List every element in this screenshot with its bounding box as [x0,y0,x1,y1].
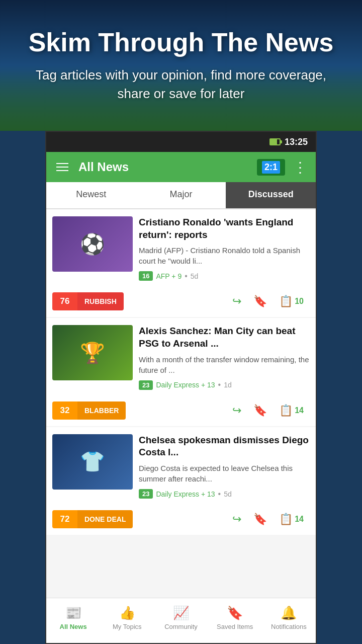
nav-item-community[interactable]: 📈 Community [154,603,208,632]
app-container: 13:25 All News 2:1 ⋮ Newest Major Discus… [45,131,317,644]
status-bar: 13:25 [46,132,316,152]
article-image: ⚽ [52,216,133,272]
rating-label: BLABBER [77,401,126,420]
rating-number: 32 [52,401,77,420]
article-time: 1d [224,381,232,389]
article-text: Cristiano Ronaldo 'wants England return'… [139,216,310,281]
article-count-badge: 23 [139,380,153,390]
save-button[interactable]: 🔖 [247,401,273,420]
article-actions: 76 RUBBISH ↪ 🔖 📋 10 [46,288,316,317]
nav-item-all-news[interactable]: 📰 All News [46,603,100,632]
my-topics-label: My Topics [113,623,142,630]
separator-dot: • [218,490,221,499]
article-meta: 23 Daily Express + 13 • 5d [139,489,310,499]
hero-title: Skim Through The News [29,28,334,57]
copies-button[interactable]: 📋 10 [273,292,310,311]
all-news-icon: 📰 [65,605,81,621]
article-image: 👕 [52,434,133,490]
article-time: 5d [224,490,232,498]
tab-newest[interactable]: Newest [46,182,136,208]
copies-count: 10 [295,297,304,306]
article-text: Chelsea spokesman dismisses Diego Costa … [139,434,310,499]
separator-dot: • [218,380,221,389]
hero-subtitle: Tag articles with your opinion, find mor… [20,66,342,103]
copies-icon: 📋 [279,404,293,417]
news-list: ⚽ Cristiano Ronaldo 'wants England retur… [46,209,316,598]
article-source: Daily Express + 13 [156,381,215,389]
my-topics-icon: 👍 [119,605,135,621]
article-content[interactable]: 🏆 Alexis Sanchez: Man City can beat PSG … [46,318,316,396]
share-icon: ↪ [232,513,241,526]
article-summary: Madrid (AFP) - Cristiano Ronaldo told a … [139,245,310,266]
hero-section: Skim Through The News Tag articles with … [0,0,362,131]
nav-item-saved-items[interactable]: 🔖 Saved Items [208,603,262,632]
article-count-badge: 23 [139,489,153,499]
article-image: 🏆 [52,325,133,380]
save-button[interactable]: 🔖 [247,510,273,529]
filter-tabs: Newest Major Discussed [46,182,316,209]
app-header: All News 2:1 ⋮ [46,152,316,182]
copies-button[interactable]: 📋 14 [273,401,310,420]
tab-discussed[interactable]: Discussed [226,182,316,208]
save-button[interactable]: 🔖 [247,292,273,311]
share-button[interactable]: ↪ [226,292,247,311]
nav-item-my-topics[interactable]: 👍 My Topics [100,603,154,632]
saved-items-icon: 🔖 [227,605,243,621]
more-options-icon[interactable]: ⋮ [293,159,308,176]
article-time: 5d [191,272,199,280]
article-headline: Alexis Sanchez: Man City can beat PSG to… [139,325,310,350]
article-content[interactable]: 👕 Chelsea spokesman dismisses Diego Cost… [46,427,316,506]
score-display: 2:1 [262,161,280,174]
article-text: Alexis Sanchez: Man City can beat PSG to… [139,325,310,389]
list-item: 👕 Chelsea spokesman dismisses Diego Cost… [46,427,316,535]
article-thumbnail: 👕 [52,434,133,490]
article-count-badge: 16 [139,271,153,281]
copies-count: 14 [295,406,304,415]
notifications-label: Notifications [271,623,307,630]
share-icon: ↪ [232,404,241,417]
community-label: Community [164,623,198,630]
article-actions: 32 BLABBER ↪ 🔖 📋 14 [46,397,316,426]
community-icon: 📈 [173,605,189,621]
rating-number: 76 [52,292,77,310]
battery-icon [269,138,281,145]
article-thumbnail: ⚽ [52,216,133,272]
header-title: All News [78,160,249,174]
nav-item-notifications[interactable]: 🔔 Notifications [262,603,316,632]
separator-dot: • [185,272,188,281]
copies-count: 14 [295,515,304,524]
all-news-label: All News [60,623,87,630]
hamburger-icon[interactable] [54,161,70,173]
bottom-nav: 📰 All News 👍 My Topics 📈 Community 🔖 Sav… [46,598,316,643]
rating-label: DONE DEAL [77,510,133,528]
copies-icon: 📋 [279,295,293,308]
copies-icon: 📋 [279,513,293,526]
article-actions: 72 DONE DEAL ↪ 🔖 📋 14 [46,506,316,535]
article-summary: Diego Costa is expected to leave Chelsea… [139,463,310,484]
bookmark-icon: 🔖 [253,404,267,417]
list-item: 🏆 Alexis Sanchez: Man City can beat PSG … [46,318,316,426]
share-icon: ↪ [232,295,241,308]
bookmark-icon: 🔖 [253,513,267,526]
share-button[interactable]: ↪ [226,510,247,529]
bookmark-icon: 🔖 [253,295,267,308]
share-button[interactable]: ↪ [226,401,247,420]
list-item: ⚽ Cristiano Ronaldo 'wants England retur… [46,209,316,317]
status-time: 13:25 [285,137,308,147]
score-badge[interactable]: 2:1 [257,159,285,176]
saved-items-label: Saved Items [217,623,253,630]
rating-number: 72 [52,510,77,528]
copies-button[interactable]: 📋 14 [273,510,310,529]
article-summary: With a month of the transfer window rema… [139,354,310,375]
rating-label: RUBBISH [77,292,124,310]
article-meta: 16 AFP + 9 • 5d [139,271,310,281]
article-headline: Chelsea spokesman dismisses Diego Costa … [139,434,310,459]
article-thumbnail: 🏆 [52,325,133,380]
article-content[interactable]: ⚽ Cristiano Ronaldo 'wants England retur… [46,209,316,288]
tab-major[interactable]: Major [136,182,226,208]
article-headline: Cristiano Ronaldo 'wants England return'… [139,216,310,241]
article-source: AFP + 9 [156,272,182,280]
article-source: Daily Express + 13 [156,490,215,498]
article-meta: 23 Daily Express + 13 • 1d [139,380,310,390]
notifications-icon: 🔔 [281,605,297,621]
